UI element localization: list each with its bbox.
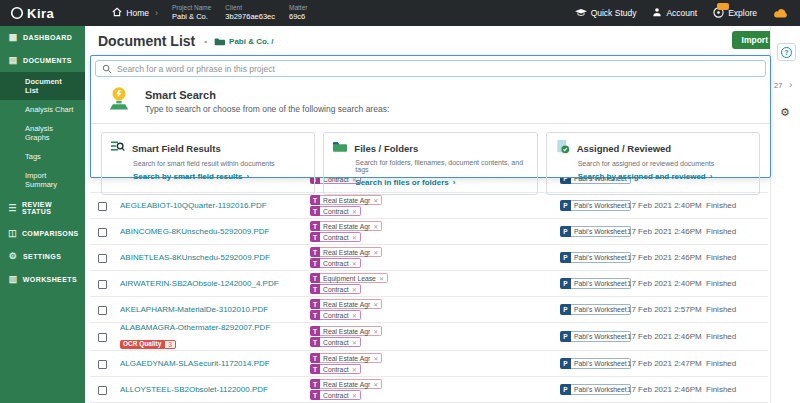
- sidebar-item-dashboard[interactable]: ▦ DASHBOARD: [0, 26, 85, 49]
- tag-icon: T: [310, 232, 320, 242]
- document-link[interactable]: ALLOYSTEEL-SB2Obsolet-1122000.PDF: [120, 385, 310, 394]
- row-checkbox[interactable]: [98, 386, 107, 395]
- tag-chip: TContract✕: [310, 258, 560, 268]
- matter-meta: Matter 69c6: [289, 4, 307, 22]
- tag-remove-icon[interactable]: ✕: [373, 355, 378, 362]
- quick-study-button[interactable]: Quick Study: [575, 8, 637, 19]
- tag-chip: TContract✕: [310, 284, 560, 294]
- sidebar-item-review-status[interactable]: ☰ REVIEW STATUS: [0, 194, 85, 222]
- tag-chip: TReal Estate Agr✕: [310, 326, 560, 336]
- explore-button[interactable]: Explore: [713, 7, 757, 20]
- help-button[interactable]: ?: [777, 43, 796, 61]
- tag-remove-icon[interactable]: ✕: [352, 234, 357, 241]
- sidebar-item-analysis-graphs[interactable]: Analysis Graphs: [0, 119, 85, 147]
- home-link[interactable]: Home ›: [112, 7, 158, 19]
- tag-remove-icon[interactable]: ✕: [379, 275, 384, 282]
- tag-label: Contract: [323, 312, 349, 319]
- import-date: 17 Feb 2021 2:57PM: [627, 305, 706, 314]
- document-link[interactable]: ABINCOMEG-8KUnschedu-5292009.PDF: [120, 227, 310, 236]
- tag-remove-icon[interactable]: ✕: [352, 208, 357, 215]
- row-checkbox[interactable]: [98, 280, 107, 289]
- table-row: ALGAEDYNAM-SLASecurit-1172014.PDFTReal E…: [90, 351, 768, 377]
- document-link[interactable]: ABINETLEAS-8KUnschedu-5292009.PDF: [120, 253, 310, 262]
- card-files-folders[interactable]: Files / Folders Search for folders, file…: [323, 132, 537, 195]
- tag-remove-icon[interactable]: ✕: [352, 260, 357, 267]
- graduation-cap-icon: [575, 8, 587, 19]
- table-settings-gear-icon[interactable]: ⚙: [780, 106, 790, 119]
- tag-chip: TContract✕: [310, 364, 560, 374]
- worksheet-badge[interactable]: PPabi's Worksheet: [560, 278, 631, 289]
- tag-chip: TReal Estate Agr✕: [310, 247, 560, 257]
- worksheet-badge[interactable]: PPabi's Worksheet: [560, 252, 631, 263]
- document-link[interactable]: AKELAPHARM-MaterialDe-3102010.PDF: [120, 305, 310, 314]
- row-checkbox[interactable]: [98, 360, 107, 369]
- kira-logo-text: Kira: [27, 6, 54, 21]
- row-checkbox[interactable]: [98, 228, 107, 237]
- search-icon: [102, 60, 112, 78]
- tag-label: Contract: [323, 260, 349, 267]
- tag-remove-icon[interactable]: ✕: [352, 312, 357, 319]
- kira-logo-icon: [10, 6, 24, 20]
- document-link[interactable]: ALABAMAGRA-Othermater-8292007.PDF: [120, 323, 310, 332]
- document-table: TContract✕PPabi's WorksheetAEGLEABIOT-10…: [90, 172, 768, 403]
- smart-search-overlay: Smart Search Type to search or choose fr…: [90, 55, 771, 178]
- tag-remove-icon[interactable]: ✕: [352, 339, 357, 346]
- account-button[interactable]: Account: [652, 7, 697, 19]
- row-checkbox[interactable]: [98, 333, 107, 342]
- main-header: Document List • Pabi & Co. / Import ▾: [85, 26, 800, 56]
- search-by-assigned-link[interactable]: Search by assigned and reviewed›: [578, 172, 751, 181]
- person-icon: [652, 7, 662, 19]
- tag-remove-icon[interactable]: ✕: [373, 381, 378, 388]
- card-assigned-reviewed[interactable]: Assigned / Reviewed Search for assigned …: [546, 132, 760, 195]
- worksheet-label: Pabi's Worksheet: [571, 358, 631, 369]
- search-in-files-link[interactable]: Search in files or folders›: [355, 178, 528, 187]
- sidebar-item-documents[interactable]: ▤ DOCUMENTS: [0, 49, 85, 72]
- tag-icon: T: [310, 353, 320, 363]
- sidebar-item-settings[interactable]: ⚙ SETTINGS: [0, 245, 85, 268]
- tag-remove-icon[interactable]: ✕: [373, 223, 378, 230]
- search-input[interactable]: [117, 64, 759, 74]
- worksheet-badge[interactable]: PPabi's Worksheet: [560, 304, 631, 315]
- tag-label: Real Estate Agr: [323, 223, 370, 230]
- tag-remove-icon[interactable]: ✕: [373, 328, 378, 335]
- smart-search-subtitle: Type to search or choose from one of the…: [145, 104, 389, 114]
- cloud-upload-icon[interactable]: [773, 4, 788, 22]
- search-by-smart-field-link[interactable]: Search by smart field results›: [133, 172, 306, 181]
- next-page-chevron[interactable]: ›: [789, 80, 792, 90]
- card-smart-field-results[interactable]: Smart Field Results Search for smart fie…: [101, 132, 315, 195]
- tag-chip: TEquipment Lease✕: [310, 273, 560, 283]
- tag-label: Contract: [323, 392, 349, 399]
- tag-icon: T: [310, 326, 320, 336]
- kira-logo[interactable]: Kira: [0, 6, 64, 21]
- breadcrumb-chevron: ›: [155, 8, 158, 18]
- worksheet-badge[interactable]: PPabi's Worksheet: [560, 358, 631, 369]
- document-link[interactable]: AIRWATERIN-SB2AObsole-1242000_4.PDF: [120, 279, 310, 288]
- worksheet-label: Pabi's Worksheet: [571, 278, 631, 289]
- table-row: ALABAMAGRA-Othermater-8292007.PDFOCR Qua…: [90, 323, 768, 351]
- worksheet-icon: P: [560, 252, 571, 263]
- tag-label: Contract: [323, 339, 349, 346]
- sidebar-item-document-list[interactable]: Document List: [0, 72, 85, 100]
- tag-remove-icon[interactable]: ✕: [352, 366, 357, 373]
- sidebar-item-comparisons[interactable]: ◫ COMPARISONS: [0, 222, 85, 245]
- breadcrumb-project[interactable]: Pabi & Co. /: [229, 37, 273, 46]
- worksheet-icon: P: [560, 278, 571, 289]
- document-link[interactable]: ALGAEDYNAM-SLASecurit-1172014.PDF: [120, 359, 310, 368]
- worksheet-badge[interactable]: PPabi's Worksheet: [560, 226, 631, 237]
- top-bar: Kira Home › Project Name Pabi & Co. Clie…: [0, 0, 800, 26]
- sidebar-item-tags[interactable]: Tags: [0, 147, 85, 166]
- sidebar-item-import-summary[interactable]: Import Summary: [0, 166, 85, 194]
- import-date: 17 Feb 2021 2:46PM: [627, 253, 706, 262]
- worksheet-badge[interactable]: PPabi's Worksheet: [560, 384, 631, 395]
- sidebar-item-worksheets[interactable]: ▥ WORKSHEETS: [0, 268, 85, 291]
- tag-remove-icon[interactable]: ✕: [373, 301, 378, 308]
- tag-remove-icon[interactable]: ✕: [352, 392, 357, 399]
- row-checkbox[interactable]: [98, 254, 107, 263]
- folder-icon: [214, 37, 225, 46]
- sidebar-item-analysis-chart[interactable]: Analysis Chart: [0, 100, 85, 119]
- project-name-meta: Project Name Pabi & Co.: [172, 4, 211, 22]
- tag-remove-icon[interactable]: ✕: [373, 249, 378, 256]
- worksheet-badge[interactable]: PPabi's Worksheet: [560, 331, 631, 342]
- tag-remove-icon[interactable]: ✕: [352, 286, 357, 293]
- row-checkbox[interactable]: [98, 306, 107, 315]
